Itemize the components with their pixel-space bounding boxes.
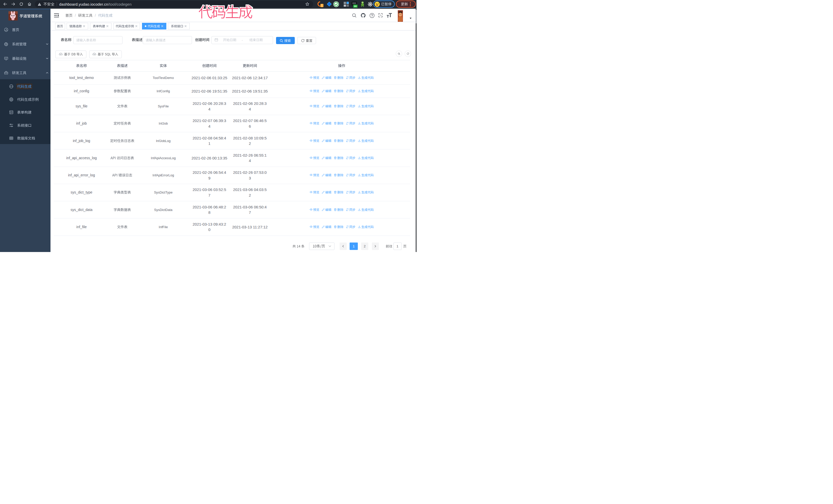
svg-text:on: on (354, 5, 357, 7)
svg-text:1: 1 (321, 4, 323, 7)
